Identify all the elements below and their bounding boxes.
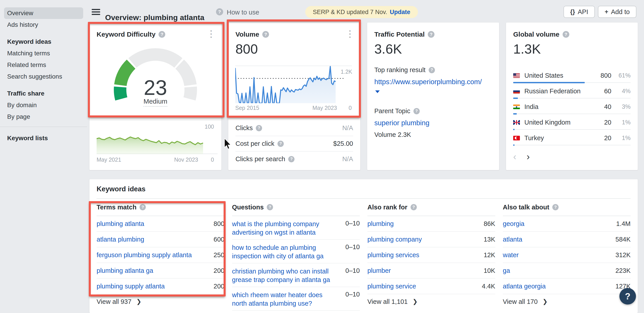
keyword-difficulty-level: Medium	[90, 98, 222, 105]
help-icon[interactable]: ?	[288, 156, 294, 162]
country-share-bar	[513, 98, 518, 99]
question-link[interactable]: which rheem water heater does north atla…	[232, 291, 330, 308]
keyword-link[interactable]: plumbing	[368, 220, 394, 227]
how-to-use-link[interactable]: How to use	[227, 9, 259, 16]
kebab-menu-icon[interactable]: ⋮	[346, 29, 354, 38]
help-icon[interactable]: ?	[158, 31, 165, 38]
sidebar-item-by-domain[interactable]: By domain	[4, 99, 83, 111]
in-flag-icon	[513, 105, 520, 109]
questions-header: Questions ?	[232, 199, 360, 216]
keyword-difficulty-card: Keyword Difficulty ? ⋮ 23 Medium 100 May…	[90, 22, 222, 170]
kebab-menu-icon[interactable]: ⋮	[206, 29, 216, 38]
add-to-button[interactable]: + Add to	[598, 6, 636, 18]
cpc-label: Cost per click	[236, 140, 274, 147]
help-icon[interactable]: ?	[429, 67, 435, 73]
support-help-button[interactable]: ?	[620, 288, 636, 305]
sidebar-item-matching-terms[interactable]: Matching terms	[4, 48, 83, 59]
ru-flag-icon	[513, 89, 520, 94]
keyword-link[interactable]: plumbing services	[368, 251, 419, 259]
keyword-row: plumbing atlanta ga200	[96, 263, 224, 279]
kd-chart-xleft-label: May 2021	[96, 156, 121, 163]
keyword-link[interactable]: plumbing atlanta	[96, 220, 144, 227]
sidebar-item-by-page[interactable]: By page	[4, 111, 83, 123]
tr-flag-icon	[513, 136, 520, 141]
chevron-right-icon: ❯	[542, 298, 548, 305]
country-row: United Kingdom 20 1%	[513, 116, 630, 132]
keyword-link[interactable]: plumbing atlanta ga	[96, 267, 153, 274]
help-icon[interactable]: ?	[410, 204, 417, 210]
keyword-link[interactable]: plumber	[368, 267, 391, 274]
help-icon[interactable]: ?	[256, 125, 262, 131]
help-icon[interactable]: ?	[216, 8, 223, 15]
update-link[interactable]: Update	[390, 9, 410, 16]
keyword-row: plumbing86K	[368, 216, 495, 232]
sidebar-divider	[0, 127, 87, 127]
country-pagination: ‹ ›	[513, 152, 530, 161]
keyword-link[interactable]: ga	[503, 267, 510, 274]
country-share-bar	[513, 82, 585, 83]
question-link[interactable]: christian plumbing who can install greas…	[232, 267, 330, 284]
parent-topic-volume: Volume 2.3K	[374, 131, 411, 139]
keyword-row: ferguson plumbing supply atlanta250	[96, 247, 224, 263]
view-all-also-rank-for[interactable]: View all 1,101 ❯	[368, 294, 495, 309]
keyword-link[interactable]: plumbing company	[368, 236, 422, 243]
top-ranking-label: Top ranking result ?	[374, 66, 435, 74]
keyword-link[interactable]: water	[503, 251, 519, 259]
api-button[interactable]: {} API	[564, 6, 595, 18]
prev-page-icon[interactable]: ‹	[513, 152, 516, 161]
keyword-link[interactable]: georgia	[503, 220, 524, 227]
keyword-difficulty-value: 23	[90, 76, 222, 100]
clicks-value: N/A	[342, 124, 353, 132]
help-icon[interactable]: ?	[414, 108, 420, 114]
chevron-right-icon: ❯	[136, 298, 142, 305]
help-icon[interactable]: ?	[562, 31, 569, 38]
view-all-terms-match[interactable]: View all 937 ❯	[96, 294, 224, 309]
clicks-row: Clicks? N/A	[236, 120, 353, 136]
keyword-link[interactable]: ferguson plumbing supply atlanta	[96, 251, 192, 259]
expand-caret-icon[interactable]	[375, 90, 380, 93]
help-icon[interactable]: ?	[262, 31, 269, 38]
cpc-value: $25.00	[333, 140, 353, 147]
country-row: Turkey 20 1%	[513, 132, 630, 147]
question-row: which rheem water heater does north atla…	[232, 287, 360, 311]
top-ranking-url-link[interactable]: https://www.superiorplumbing.com/	[374, 78, 482, 86]
sidebar-item-ads-history[interactable]: Ads history	[4, 19, 83, 31]
keyword-link[interactable]: plumbing service	[368, 283, 416, 290]
help-icon[interactable]: ?	[140, 204, 146, 210]
question-link[interactable]: what is the plumbing company advertising…	[232, 220, 330, 237]
question-row: how to schedule an plumbing inspection w…	[232, 240, 360, 263]
help-icon[interactable]: ?	[267, 204, 273, 210]
keyword-ideas-panel: Keyword ideas Terms match ? plumbing atl…	[90, 179, 638, 313]
next-page-icon[interactable]: ›	[526, 152, 530, 161]
country-row: India 40 3%	[513, 100, 630, 116]
sidebar-item-search-suggestions[interactable]: Search suggestions	[4, 71, 83, 82]
keyword-link[interactable]: atlanta georgia	[503, 283, 546, 290]
sidebar-item-overview[interactable]: Overview	[4, 7, 83, 19]
traffic-potential-value: 3.6K	[374, 41, 402, 57]
keyword-link[interactable]: plumbing supply atlanta	[96, 283, 165, 290]
view-all-also-talk-about[interactable]: View all 170 ❯	[503, 294, 631, 309]
keyword-difficulty-title: Keyword Difficulty ?	[96, 31, 165, 38]
keyword-row: plumber10K	[368, 263, 495, 279]
keyword-row: plumbing supply atlanta200	[96, 279, 224, 294]
help-icon[interactable]: ?	[552, 204, 558, 210]
volume-chart-xright-label: May 2023	[312, 105, 337, 111]
help-icon[interactable]: ?	[278, 141, 284, 147]
keyword-row: atlanta plumbing600	[96, 232, 224, 247]
menu-icon[interactable]	[92, 9, 100, 15]
keyword-link[interactable]: atlanta	[503, 236, 522, 243]
parent-topic-link[interactable]: superior plumbing	[374, 119, 429, 127]
question-link[interactable]: how to schedule an plumbing inspection w…	[232, 243, 330, 260]
volume-history-chart	[235, 66, 352, 103]
clicks-per-search-row: Clicks per search? N/A	[236, 151, 353, 166]
country-row: Russian Federation 60 4%	[513, 85, 630, 100]
question-row: christian plumbing who can install greas…	[232, 263, 360, 287]
help-icon[interactable]: ?	[428, 31, 434, 38]
volume-card: Volume ? ⋮ 800 1.2K Sep 2015 May 2023 0 …	[228, 22, 360, 170]
traffic-potential-card: Traffic Potential ? 3.6K Top ranking res…	[367, 22, 499, 170]
sidebar-item-related-terms[interactable]: Related terms	[4, 59, 83, 71]
keyword-difficulty-history-chart	[96, 120, 218, 154]
serp-update-pill: SERP & KD updated 7 Nov. Update	[305, 6, 418, 18]
questions-column: Questions ? what is the plumbing company…	[232, 199, 360, 311]
keyword-link[interactable]: atlanta plumbing	[96, 236, 144, 243]
